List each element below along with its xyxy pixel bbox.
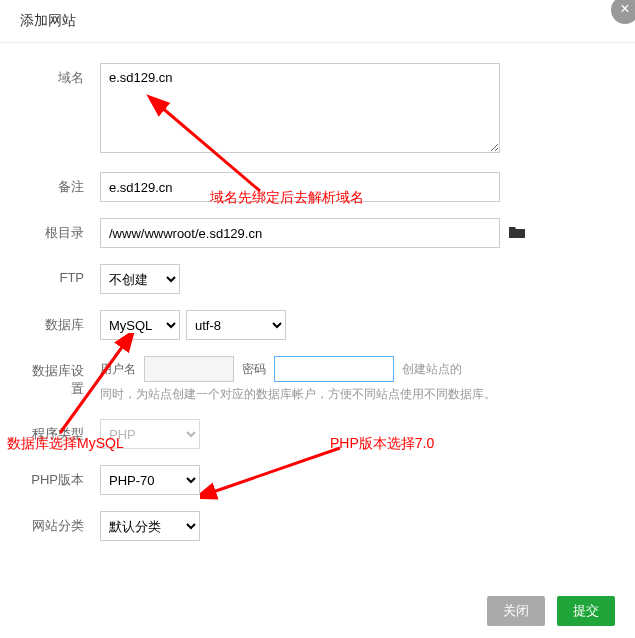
note-input[interactable] — [100, 172, 500, 202]
close-button[interactable]: 关闭 — [487, 596, 545, 626]
database-charset-select[interactable]: utf-8 — [186, 310, 286, 340]
label-note: 备注 — [20, 172, 100, 196]
modal-body: 域名 e.sd129.cn 备注 根目录 FTP 不创建 数据库 — [0, 43, 635, 567]
label-database: 数据库 — [20, 310, 100, 334]
site-category-select[interactable]: 默认分类 — [100, 511, 200, 541]
db-pwd-input[interactable] — [274, 356, 394, 382]
submit-button[interactable]: 提交 — [557, 596, 615, 626]
db-user-label: 用户名 — [100, 361, 136, 378]
label-ftp: FTP — [20, 264, 100, 285]
modal-footer: 关闭 提交 — [0, 584, 635, 638]
root-input[interactable] — [100, 218, 500, 248]
label-site-category: 网站分类 — [20, 511, 100, 535]
domain-input[interactable]: e.sd129.cn — [100, 63, 500, 153]
folder-icon[interactable] — [508, 225, 526, 242]
db-user-input[interactable] — [144, 356, 234, 382]
ftp-select[interactable]: 不创建 — [100, 264, 180, 294]
modal-title: 添加网站 — [20, 12, 76, 28]
label-php-version: PHP版本 — [20, 465, 100, 489]
label-program-type: 程序类型 — [20, 419, 100, 443]
label-db-settings: 数据库设置 — [20, 356, 100, 398]
modal-header: 添加网站 — [0, 0, 635, 43]
db-hint: 同时，为站点创建一个对应的数据库帐户，方便不同站点使用不同数据库。 — [100, 386, 615, 403]
label-root: 根目录 — [20, 218, 100, 242]
db-pwd-label: 密码 — [242, 361, 266, 378]
label-domain: 域名 — [20, 63, 100, 87]
program-type-select: PHP — [100, 419, 200, 449]
php-version-select[interactable]: PHP-70 — [100, 465, 200, 495]
database-type-select[interactable]: MySQL — [100, 310, 180, 340]
db-create-hint: 创建站点的 — [402, 361, 462, 378]
